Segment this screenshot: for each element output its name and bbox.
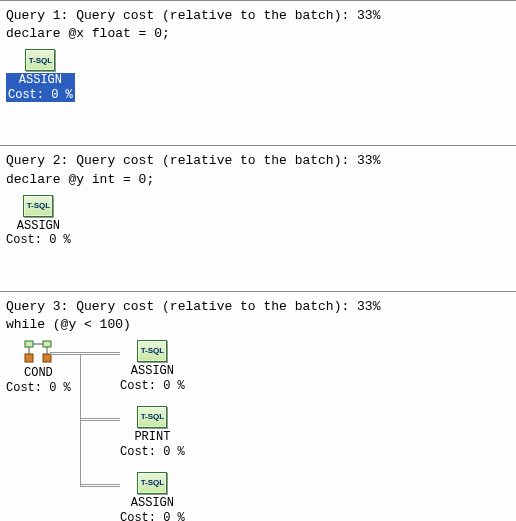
tsql-icon: T-SQL [137,472,167,494]
tsql-icon: T-SQL [25,49,55,71]
op-cost: Cost: 0 % [120,511,185,521]
tsql-icon: T-SQL [137,406,167,428]
query-sql: while (@y < 100) [0,316,516,340]
op-label: COND [6,366,71,380]
op-cost: Cost: 0 % [120,379,185,393]
query-header: Query 1: Query cost (relative to the bat… [0,5,516,25]
tsql-icon: T-SQL [137,340,167,362]
query-block-3: Query 3: Query cost (relative to the bat… [0,291,516,521]
svg-rect-2 [25,354,33,362]
op-assign-1[interactable]: T-SQL ASSIGN Cost: 0 % [120,340,185,393]
connector [50,354,120,355]
plan-area[interactable]: COND Cost: 0 % T-SQL ASSIGN Cost: 0 % T-… [0,340,516,521]
connector [80,420,120,421]
op-assign-2[interactable]: T-SQL ASSIGN Cost: 0 % [120,472,185,521]
svg-rect-1 [43,341,51,347]
op-assign[interactable]: T-SQL ASSIGN Cost: 0 % [6,195,71,248]
op-label: ASSIGN [6,219,71,233]
query-header: Query 2: Query cost (relative to the bat… [0,150,516,170]
op-cost: Cost: 0 % [120,445,185,459]
op-cost: Cost: 0 % [6,233,71,247]
query-sql: declare @x float = 0; [0,25,516,49]
op-label: ASSIGN [120,496,185,510]
tsql-icon: T-SQL [23,195,53,217]
op-cost: Cost: 0 % [6,88,75,102]
query-header: Query 3: Query cost (relative to the bat… [0,296,516,316]
op-print[interactable]: T-SQL PRINT Cost: 0 % [120,406,185,459]
plan-area[interactable]: T-SQL ASSIGN Cost: 0 % [0,49,516,135]
op-cond[interactable]: COND Cost: 0 % [6,340,71,395]
query-block-2: Query 2: Query cost (relative to the bat… [0,145,516,290]
query-block-1: Query 1: Query cost (relative to the bat… [0,0,516,145]
plan-area[interactable]: T-SQL ASSIGN Cost: 0 % [0,195,516,281]
connector [80,486,120,487]
svg-rect-3 [43,354,51,362]
op-label: ASSIGN [6,73,75,87]
op-cost: Cost: 0 % [6,381,71,395]
op-assign[interactable]: T-SQL ASSIGN Cost: 0 % [6,49,75,102]
svg-rect-0 [25,341,33,347]
op-label: ASSIGN [120,364,185,378]
query-sql: declare @y int = 0; [0,171,516,195]
op-label: PRINT [120,430,185,444]
